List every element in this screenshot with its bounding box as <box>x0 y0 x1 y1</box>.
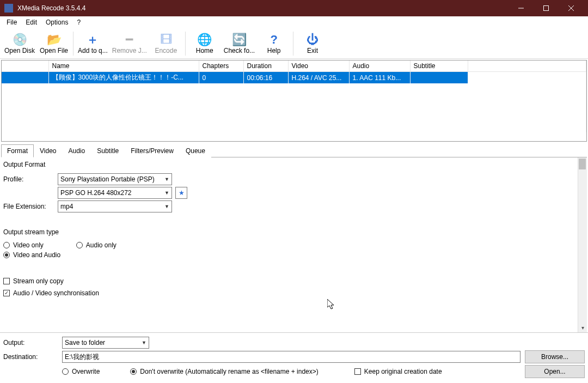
tab-queue[interactable]: Queue <box>180 144 211 157</box>
maximize-button[interactable] <box>534 0 559 16</box>
cell-video: H.264 / AVC 25... <box>288 72 349 84</box>
cell-audio: 1. AAC 111 Kb... <box>349 72 410 84</box>
star-icon: ★ <box>179 189 185 197</box>
output-panel: Output: Save to folder ▼ Destination: E:… <box>0 332 588 383</box>
help-label: Help <box>267 47 281 54</box>
output-format-label: Output Format <box>3 160 575 172</box>
col-video[interactable]: Video <box>288 60 349 72</box>
open-file-button[interactable]: 📂 Open File <box>37 29 71 58</box>
cell-subtitle <box>410 72 468 84</box>
window-title: XMedia Recode 3.5.4.4 <box>17 4 509 12</box>
plus-icon: ＋ <box>87 33 99 47</box>
encode-label: Encode <box>155 47 177 54</box>
table-row <box>2 83 586 93</box>
grid-header-row: Name Chapters Duration Video Audio Subti… <box>2 60 586 72</box>
col-duration[interactable]: Duration <box>243 60 288 72</box>
check-update-label: Check fo... <box>224 47 255 54</box>
profile-label: Profile: <box>3 175 58 183</box>
toolbar-separator <box>73 32 74 56</box>
menu-options[interactable]: Options <box>41 17 72 27</box>
help-button[interactable]: ? Help <box>257 29 291 58</box>
open-button[interactable]: Open... <box>525 365 585 378</box>
exit-button[interactable]: ⏻ Exit <box>296 29 329 58</box>
overwrite-radio[interactable]: Overwrite <box>62 368 100 375</box>
menu-bar: File Edit Options ? <box>0 16 588 28</box>
tab-audio[interactable]: Audio <box>63 144 91 157</box>
col-name[interactable]: Name <box>48 60 199 72</box>
question-icon: ? <box>270 33 277 47</box>
browse-button[interactable]: Browse... <box>525 350 585 363</box>
home-button[interactable]: 🌐 Home <box>188 29 222 58</box>
refresh-icon: 🔄 <box>232 33 247 47</box>
table-row <box>2 93 586 103</box>
menu-file[interactable]: File <box>2 17 21 27</box>
title-bar: XMedia Recode 3.5.4.4 <box>0 0 588 16</box>
output-label: Output: <box>3 339 58 346</box>
tab-video[interactable]: Video <box>34 144 62 157</box>
panel-scrollbar[interactable]: ▴ ▾ <box>578 157 587 332</box>
col-audio[interactable]: Audio <box>349 60 410 72</box>
col-chapters[interactable]: Chapters <box>199 60 243 72</box>
file-grid[interactable]: Name Chapters Duration Video Audio Subti… <box>1 60 587 142</box>
stream-only-copy-check[interactable]: Stream only copy <box>3 277 575 285</box>
menu-help[interactable]: ? <box>72 17 85 27</box>
tab-filters[interactable]: Filters/Preview <box>125 144 180 157</box>
open-disk-button[interactable]: 💿 Open Disk <box>2 29 37 58</box>
cell-chapters: 0 <box>199 72 243 84</box>
video-and-audio-radio[interactable]: Video and Audio <box>3 251 575 259</box>
add-to-queue-label: Add to q... <box>78 47 108 54</box>
cell-duration: 00:06:16 <box>243 72 288 84</box>
preset-select[interactable]: PSP GO H.264 480x272 ▼ <box>58 187 172 199</box>
output-mode-select[interactable]: Save to folder ▼ <box>62 337 149 349</box>
encode-button: 🎞 Encode <box>149 29 183 58</box>
audio-only-radio[interactable]: Audio only <box>76 241 117 249</box>
remove-job-button: ━ Remove J... <box>110 29 149 58</box>
power-icon: ⏻ <box>307 33 318 47</box>
tab-bar: Format Video Audio Subtitle Filters/Prev… <box>1 144 587 157</box>
file-extension-label: File Extension: <box>3 203 58 210</box>
video-only-radio[interactable]: Video only <box>3 241 44 249</box>
toolbar-separator <box>293 32 293 56</box>
stream-type-label: Output stream type <box>3 227 575 239</box>
app-icon <box>4 4 13 13</box>
chevron-down-icon: ▼ <box>164 204 169 209</box>
dont-overwrite-radio[interactable]: Don't overwrite (Automatically rename as… <box>130 368 318 375</box>
exit-label: Exit <box>307 47 318 54</box>
file-extension-select[interactable]: mp4 ▼ <box>58 200 172 212</box>
chevron-down-icon: ▼ <box>164 190 169 196</box>
scroll-thumb[interactable] <box>579 159 586 169</box>
open-file-label: Open File <box>40 47 68 54</box>
favorite-button[interactable]: ★ <box>175 187 187 199</box>
chevron-down-icon: ▼ <box>142 340 146 345</box>
tab-format[interactable]: Format <box>1 144 34 157</box>
home-label: Home <box>196 47 213 54</box>
keep-date-check[interactable]: Keep original creation date <box>354 368 442 375</box>
disc-icon: 💿 <box>13 33 27 47</box>
destination-input[interactable]: E:\我的影视 <box>62 351 520 363</box>
folder-icon: 📂 <box>47 33 62 47</box>
svg-rect-1 <box>544 6 549 11</box>
tab-subtitle[interactable]: Subtitle <box>91 144 125 157</box>
open-disk-label: Open Disk <box>4 47 35 54</box>
format-panel: Output Format Profile: Sony Playstation … <box>1 157 578 332</box>
chevron-down-icon: ▼ <box>164 177 169 182</box>
check-update-button[interactable]: 🔄 Check fo... <box>222 29 257 58</box>
col-blank[interactable] <box>2 60 48 72</box>
minimize-button[interactable] <box>509 0 534 16</box>
menu-edit[interactable]: Edit <box>21 17 41 27</box>
av-sync-check[interactable]: Audio / Video synchronisation <box>3 289 575 297</box>
toolbar-separator <box>185 32 186 56</box>
destination-label: Destination: <box>3 353 58 361</box>
profile-select[interactable]: Sony Playstation Portable (PSP) ▼ <box>58 173 172 185</box>
table-row <box>2 113 586 123</box>
minus-icon: ━ <box>126 33 133 47</box>
close-button[interactable] <box>559 0 584 16</box>
table-row[interactable]: 【顾俊】3000块的人像性价比镜王！！！-C... 0 00:06:16 H.2… <box>2 72 586 84</box>
cell-name: 【顾俊】3000块的人像性价比镜王！！！-C... <box>48 72 199 84</box>
add-to-queue-button[interactable]: ＋ Add to q... <box>76 29 110 58</box>
scroll-down-icon[interactable]: ▾ <box>578 323 587 332</box>
col-subtitle[interactable]: Subtitle <box>410 60 468 72</box>
remove-job-label: Remove J... <box>112 47 147 54</box>
table-row <box>2 103 586 113</box>
toolbar: 💿 Open Disk 📂 Open File ＋ Add to q... ━ … <box>0 28 588 59</box>
